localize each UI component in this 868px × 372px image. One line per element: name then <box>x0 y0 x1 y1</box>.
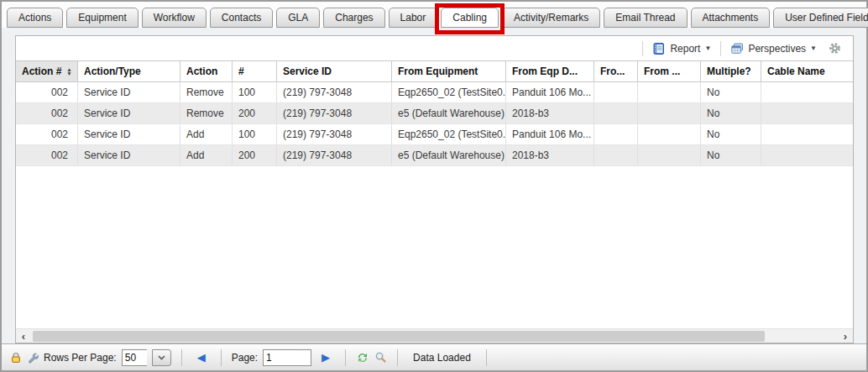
cell-number: 200 <box>233 103 277 123</box>
perspectives-label: Perspectives <box>748 43 806 55</box>
table-row[interactable]: 002 Service ID Remove 100 (219) 797-3048… <box>16 82 853 103</box>
perspectives-button[interactable]: Perspectives ▼ <box>727 40 820 57</box>
cell-number: 100 <box>233 124 277 144</box>
rows-per-page-input[interactable] <box>122 349 147 366</box>
cell-service-id: (219) 797-3048 <box>277 82 392 102</box>
magnifier-icon[interactable] <box>374 351 387 364</box>
status-message: Data Loaded <box>408 352 476 364</box>
cell-from-eqp-d: 2018-b3 <box>506 103 594 123</box>
statusbar-separator <box>486 349 487 366</box>
cell-fro <box>594 124 638 144</box>
tab-contacts[interactable]: Contacts <box>210 8 273 28</box>
tab-gla[interactable]: GLA <box>276 8 320 28</box>
toolbar-separator <box>720 41 721 56</box>
gear-icon[interactable] <box>829 42 841 55</box>
cell-from <box>638 124 701 144</box>
cell-multiple: No <box>701 82 761 102</box>
cell-action-type: Service ID <box>78 82 180 102</box>
column-header-fro[interactable]: Fro... <box>594 61 638 81</box>
statusbar-separator <box>221 349 222 366</box>
cell-multiple: No <box>701 124 761 144</box>
cell-from-eqp-d: 2018-b3 <box>506 145 594 165</box>
rows-per-page-dropdown-button[interactable] <box>152 349 171 366</box>
cell-from-eqp-d: Panduit 106 Mo... <box>506 82 594 102</box>
sort-icon: ▲▼ <box>61 67 71 76</box>
cell-fro <box>594 103 638 123</box>
cell-cable-name <box>761 145 853 165</box>
column-header-from-eqp-d[interactable]: From Eqp D... <box>506 61 594 81</box>
perspectives-layers-icon <box>730 42 744 55</box>
column-header-action-type[interactable]: Action/Type <box>78 61 180 81</box>
grid-header-row: Action # ▲▼ Action/Type Action # Service… <box>16 60 853 82</box>
wrench-icon[interactable] <box>27 352 39 364</box>
cell-service-id: (219) 797-3048 <box>277 124 392 144</box>
toolbar-separator <box>642 41 643 56</box>
tab-bar: Actions Equipment Workflow Contacts GLA … <box>2 2 866 28</box>
table-row[interactable]: 002 Service ID Remove 200 (219) 797-3048… <box>16 103 853 124</box>
grid-empty-area <box>16 166 853 328</box>
scroll-right-icon[interactable]: › <box>838 330 853 343</box>
lock-icon[interactable] <box>10 352 22 364</box>
cell-fro <box>594 145 638 165</box>
tab-labor[interactable]: Labor <box>389 8 438 28</box>
scrollbar-thumb[interactable] <box>33 331 765 342</box>
refresh-icon[interactable] <box>356 351 369 364</box>
table-row[interactable]: 002 Service ID Add 100 (219) 797-3048 Eq… <box>16 124 853 145</box>
status-bar: Rows Per Page: ◀ Page: ▶ Data Loaded <box>2 343 866 370</box>
report-book-icon <box>652 42 666 55</box>
page-number-input[interactable] <box>263 349 311 366</box>
column-header-action-number[interactable]: Action # ▲▼ <box>16 61 78 81</box>
cell-service-id: (219) 797-3048 <box>277 103 392 123</box>
tab-user-defined-fields[interactable]: User Defined Fields <box>773 8 868 28</box>
rows-per-page-label: Rows Per Page: <box>44 352 117 364</box>
main-panel: Report ▼ Perspe <box>2 28 866 343</box>
column-header-service-id[interactable]: Service ID <box>277 61 392 81</box>
tab-attachments[interactable]: Attachments <box>691 8 771 28</box>
tab-email-thread[interactable]: Email Thread <box>604 8 687 28</box>
statusbar-separator <box>345 349 346 366</box>
grid-toolbar: Report ▼ Perspe <box>16 36 853 60</box>
cell-action: Remove <box>180 82 233 102</box>
previous-page-icon[interactable]: ◀ <box>192 351 211 364</box>
cabling-window: Actions Equipment Workflow Contacts GLA … <box>0 0 868 372</box>
cell-number: 200 <box>233 145 277 165</box>
column-header-number[interactable]: # <box>233 61 277 81</box>
statusbar-separator <box>181 349 182 366</box>
cell-cable-name <box>761 103 853 123</box>
column-header-from[interactable]: From ... <box>638 61 701 81</box>
column-header-from-equipment[interactable]: From Equipment <box>392 61 506 81</box>
tab-workflow[interactable]: Workflow <box>142 8 207 28</box>
tab-activity-remarks[interactable]: Activity/Remarks <box>502 8 600 28</box>
report-label: Report <box>670 43 700 55</box>
tab-actions[interactable]: Actions <box>7 8 63 28</box>
cell-from-equipment: Eqp2650_02 (TestSite0... <box>392 124 506 144</box>
cell-from <box>638 145 701 165</box>
cell-action-number: 002 <box>16 103 78 123</box>
cell-action-number: 002 <box>16 124 78 144</box>
cell-action-number: 002 <box>16 82 78 102</box>
table-row[interactable]: 002 Service ID Add 200 (219) 797-3048 e5… <box>16 145 853 166</box>
column-header-label: Action # <box>22 65 61 77</box>
cell-fro <box>594 82 638 102</box>
tab-charges[interactable]: Charges <box>323 8 384 28</box>
cell-action-type: Service ID <box>78 124 180 144</box>
cabling-grid: Report ▼ Perspe <box>15 35 854 343</box>
cell-from-equipment: e5 (Default Warehouse) <box>392 103 506 123</box>
cell-action-type: Service ID <box>78 145 180 165</box>
cell-cable-name <box>761 82 853 102</box>
next-page-icon[interactable]: ▶ <box>316 351 335 364</box>
column-header-cable-name[interactable]: Cable Name <box>761 61 853 81</box>
cell-from-eqp-d: Panduit 106 Mo... <box>506 124 594 144</box>
cell-cable-name <box>761 124 853 144</box>
cell-action: Add <box>180 145 233 165</box>
statusbar-separator <box>397 349 398 366</box>
report-caret-icon: ▼ <box>704 45 711 52</box>
horizontal-scrollbar[interactable]: ‹ › <box>16 328 853 343</box>
column-header-action[interactable]: Action <box>180 61 233 81</box>
scroll-left-icon[interactable]: ‹ <box>16 330 31 343</box>
cell-from-equipment: Eqp2650_02 (TestSite0... <box>392 82 506 102</box>
column-header-multiple[interactable]: Multiple? <box>701 61 761 81</box>
tab-equipment[interactable]: Equipment <box>66 8 138 28</box>
report-button[interactable]: Report ▼ <box>649 40 714 57</box>
tab-cabling[interactable]: Cabling <box>441 8 499 28</box>
